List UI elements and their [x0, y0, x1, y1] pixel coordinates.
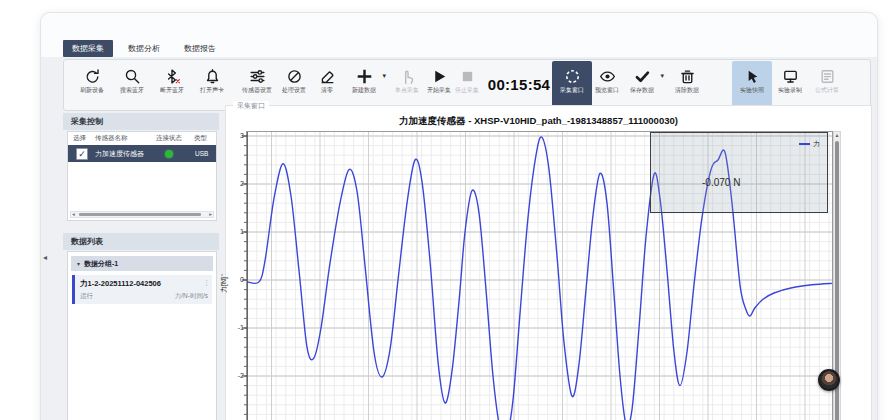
avatar[interactable] [818, 369, 840, 391]
scroll-up-arrow-icon[interactable]: ▲ [834, 132, 840, 138]
sensor-checkbox[interactable]: ✓ [76, 148, 88, 160]
hand-icon [399, 68, 416, 85]
y-tick-label: 2 [230, 180, 244, 187]
chart-legend: 力 [799, 139, 820, 149]
col-type: 类型 [194, 134, 207, 143]
chart-title: 力加速度传感器 - XHSP-V10HID_path_-1981348857_1… [246, 115, 831, 128]
col-sensor-name: 传感器名称 [95, 134, 128, 143]
toolbar-button-disconnect-bt[interactable]: 断开蓝牙 [150, 61, 194, 109]
toolbar-button-formula: 公式计算 [805, 61, 849, 109]
chevron-down-icon[interactable]: ▾ [77, 261, 80, 267]
sensor-table-hscrollbar[interactable]: ◂ ▸ [70, 211, 214, 218]
col-conn-status: 连接状态 [156, 134, 182, 143]
scroll-right-arrow-icon[interactable]: ▸ [209, 211, 212, 217]
process-settings-icon [286, 68, 303, 85]
plus-icon [356, 68, 373, 85]
bell-icon [204, 68, 221, 85]
hscroll-thumb[interactable] [79, 213, 201, 216]
table-row-sensor[interactable]: ✓ 力加速度传感器 USB [68, 145, 216, 162]
sensor-type: USB [195, 150, 208, 157]
data-group-row[interactable]: ▾数据分组-1 [71, 256, 213, 271]
toolbar-button-stop: 停止采集 [445, 61, 489, 109]
y-tick-label: 0 [230, 276, 244, 283]
toolbar-button-search-bt[interactable]: 搜索蓝牙 [110, 61, 154, 109]
toolbar-button-label: 新建数据 [344, 86, 384, 94]
data-list-item[interactable]: 力1-2-20251112-042506 ⋮ 运行 力/N-时间/s [72, 275, 212, 304]
y-tick-label: 1 [230, 228, 244, 235]
toolbar-button-label: 停止采集 [447, 86, 487, 94]
sensor-table: 选择 传感器名称 连接状态 类型 ✓ 力加速度传感器 USB ◂ ▸ [67, 131, 217, 221]
y-axis-label: 力[N] [219, 277, 229, 293]
toolbar-button-label: 清除数据 [667, 86, 707, 94]
acquisition-control-header: 采集控制 [63, 113, 219, 130]
tab-data-analysis[interactable]: 数据分析 [119, 40, 169, 57]
dataset-state: 运行 [80, 292, 93, 301]
toolbar-button-save-data[interactable]: 保存数据▾ [620, 61, 664, 109]
toolbar-button-label: 搜索蓝牙 [112, 86, 152, 94]
search-icon [124, 68, 141, 85]
snapshot-icon [744, 68, 761, 85]
data-group-label: 数据分组-1 [84, 260, 118, 267]
toolbar-button-label: 断开蓝牙 [152, 86, 192, 94]
bluetooth-disconnect-icon [164, 68, 181, 85]
formula-icon [819, 68, 836, 85]
data-list-header: 数据列表 [63, 233, 219, 250]
y-tick-label: -2 [230, 372, 244, 379]
sidebar-collapse-arrow-icon[interactable]: ◂ [43, 253, 47, 262]
toolbar-button-label: 实验快照 [734, 86, 771, 94]
app-window: 数据采集数据分析数据报告 00:15:54 刷新设备搜索蓝牙断开蓝牙打开声卡传感… [40, 12, 878, 420]
legend-entry: 力 [813, 139, 820, 149]
dataset-axes: 力/N-时间/s [175, 292, 208, 301]
groupbox-label: 采集窗口 [233, 101, 269, 111]
refresh-icon [84, 68, 101, 85]
scroll-left-arrow-icon[interactable]: ◂ [72, 211, 75, 217]
measurement-annotation: -0.070 N [702, 177, 740, 188]
dataset-name: 力1-2-20251112-042506 [80, 279, 161, 289]
sensor-table-header: 选择 传感器名称 连接状态 类型 [68, 134, 216, 144]
toolbar: 00:15:54 刷新设备搜索蓝牙断开蓝牙打开声卡传感器设置处理设置清零新建数据… [63, 59, 871, 111]
main-tab-bar: 数据采集数据分析数据报告 [63, 40, 225, 57]
toolbar-button-clear-data[interactable]: 清除数据 [665, 61, 709, 109]
dashed-circle-icon [564, 68, 581, 85]
toolbar-button-sound-card[interactable]: 打开声卡 [190, 61, 234, 109]
y-tick-label: 3 [230, 132, 244, 139]
toolbar-button-label: 公式计算 [807, 86, 847, 94]
app-root: 数据采集数据分析数据报告 00:15:54 刷新设备搜索蓝牙断开蓝牙打开声卡传感… [0, 0, 894, 420]
record-icon [782, 68, 799, 85]
toolbar-button-label: 保存数据 [622, 86, 662, 94]
data-list: ▾数据分组-1 力1-2-20251112-042506 ⋮ 运行 力/N-时间… [67, 251, 217, 420]
eraser-icon [319, 68, 336, 85]
check-icon [634, 68, 651, 85]
toolbar-button-label: 刷新设备 [72, 86, 112, 94]
trash-icon [679, 68, 696, 85]
acquisition-timer: 00:15:54 [487, 60, 551, 110]
col-select: 选择 [73, 134, 86, 143]
chart-plot-area[interactable]: 力[N] 力 -0.070 N 3210-1-2 [246, 131, 833, 420]
item-menu-icon[interactable]: ⋮ [203, 279, 210, 287]
toolbar-button-label: 打开声卡 [192, 86, 232, 94]
eye-icon [599, 68, 616, 85]
chevron-down-icon[interactable]: ▾ [660, 72, 664, 80]
y-tick-label: -1 [230, 324, 244, 331]
tab-data-report[interactable]: 数据报告 [175, 40, 225, 57]
tab-data-acquisition[interactable]: 数据采集 [63, 40, 113, 57]
toolbar-button-refresh[interactable]: 刷新设备 [70, 61, 114, 109]
sensor-name: 力加速度传感器 [95, 149, 144, 159]
toolbar-button-snapshot[interactable]: 实验快照 [732, 61, 772, 109]
sensor-settings-icon [249, 68, 266, 85]
connection-status-dot [165, 150, 173, 158]
toolbar-button-new-data[interactable]: 新建数据▾ [342, 61, 386, 109]
stop-icon [459, 68, 476, 85]
legend-line-swatch [799, 143, 810, 145]
